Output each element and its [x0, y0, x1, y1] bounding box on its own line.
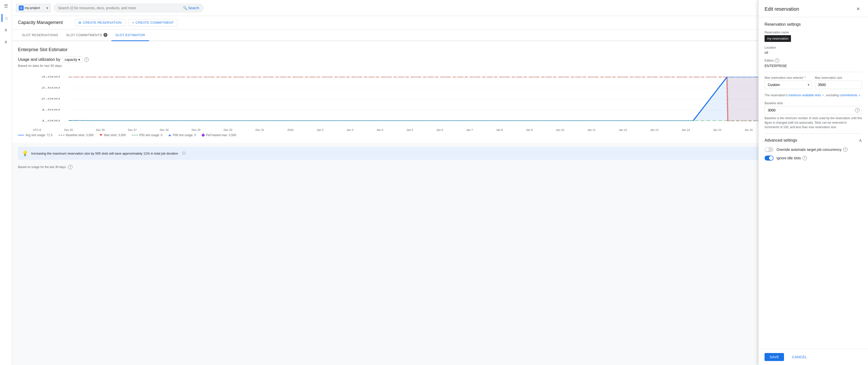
edition-value: ENTERPRISE: [765, 64, 862, 68]
search-bar[interactable]: 🔍 Search: [54, 4, 204, 12]
svg-text:2,000: 2,000: [41, 97, 60, 100]
max-reservation-size-input[interactable]: [815, 81, 862, 89]
chart-section: Enterprise Slot Estimator Usage and util…: [12, 41, 868, 143]
baseline-desc: Baseline is the minimum number of slots …: [765, 116, 862, 129]
active-indicator: [1, 14, 2, 22]
cancel-button[interactable]: CANCEL: [787, 353, 812, 361]
legend-p50-icon: [132, 135, 138, 135]
create-reservation-button[interactable]: ⊞ CREATE RESERVATION: [75, 19, 125, 26]
create-commitment-button[interactable]: + CREATE COMMITMENT: [128, 19, 178, 26]
legend-baseline-slots: Baseline slots: 3,000: [59, 133, 94, 137]
override-help-icon[interactable]: ?: [843, 147, 847, 152]
baseline-slots-field: Baseline slots ? Baseline is the minimum…: [765, 101, 862, 129]
close-panel-button[interactable]: ✕: [854, 5, 862, 13]
svg-text:2,500: 2,500: [41, 86, 60, 89]
baseline-input-wrapper: ?: [765, 106, 862, 115]
project-logo: ◈: [19, 5, 24, 10]
page-title: Capacity Management: [18, 20, 63, 25]
ignore-idle-toggle-knob: [769, 156, 773, 160]
sidebar-collapse-icon2[interactable]: ∧: [2, 38, 10, 46]
usage-help-icon[interactable]: ?: [68, 165, 72, 169]
section-title: Enterprise Slot Estimator: [18, 47, 862, 52]
legend-perf-icon: [202, 133, 205, 137]
svg-text:1,000: 1,000: [41, 119, 60, 122]
ignore-idle-help-icon[interactable]: ?: [802, 156, 807, 160]
chart-title: Usage and utilization by: [18, 57, 60, 62]
tabs-bar: SLOT RESERVATIONS SLOT COMMITMENTS ? SLO…: [12, 29, 868, 41]
side-panel-footer: SAVE CANCEL: [758, 349, 868, 365]
location-field: Location us: [765, 46, 862, 54]
create-commitment-icon: +: [132, 21, 134, 24]
baseline-help-icon[interactable]: ?: [855, 108, 860, 113]
side-panel-title: Edit reservation: [765, 6, 799, 12]
override-toggle-row: Override automatic target job concurrenc…: [765, 147, 862, 152]
info-banner-icon: 💡: [22, 150, 28, 156]
info-banner: 💡 Increasing the maximum reservation siz…: [18, 147, 862, 160]
ignore-idle-toggle[interactable]: [765, 156, 774, 160]
edition-help-icon[interactable]: ?: [775, 58, 779, 63]
ignore-idle-toggle-row: Ignore idle slots ?: [765, 156, 862, 160]
topbar: ◈ my-project ▾ 🔍 Search 🔔 ? ⚙ A: [12, 0, 868, 16]
capacity-dropdown-icon: ▾: [78, 58, 80, 62]
tab-help-icon: ?: [103, 33, 107, 37]
legend-max-icon: [99, 134, 102, 136]
sidebar-home-icon[interactable]: ⌂: [2, 14, 10, 22]
max-reservation-size-group: Max reservation size: [815, 76, 862, 89]
chart-header: Usage and utilization by capacity ▾ ?: [18, 56, 862, 63]
search-button[interactable]: 🔍 Search: [183, 6, 199, 10]
edition-label: Edition ?: [765, 58, 862, 63]
save-button[interactable]: SAVE: [765, 353, 784, 361]
tab-slot-reservations[interactable]: SLOT RESERVATIONS: [18, 29, 62, 41]
reservation-name-label: Reservation name: [765, 31, 862, 34]
chart-data-note: Based on data for last 30 days.: [18, 64, 862, 67]
svg-text:1,500: 1,500: [41, 108, 60, 111]
legend-avg-icon: [18, 135, 24, 135]
legend-p50: P50 slot usage: 0: [132, 133, 162, 137]
info-help-icon[interactable]: ⓘ: [182, 151, 185, 156]
reservation-name-field: Reservation name my-reservation: [765, 31, 862, 42]
max-size-selector-group: Max reservation size selector * Custom M…: [765, 76, 812, 89]
legend-avg-slot-usage: Avg slot usage: 71.5: [18, 133, 53, 137]
sidebar-collapse-icon1[interactable]: ∧: [2, 26, 10, 34]
capacity-selector[interactable]: capacity ▾: [62, 56, 82, 63]
side-panel: Edit reservation ✕ Reservation settings …: [758, 0, 868, 365]
location-value: us: [765, 50, 862, 54]
sidebar-menu-icon[interactable]: ☰: [2, 2, 10, 10]
tab-slot-commitments[interactable]: SLOT COMMITMENTS ?: [62, 29, 112, 41]
chart-svg: 3,000 2,500 2,000 1,500 1,000: [18, 71, 862, 126]
page-content: Enterprise Slot Estimator Usage and util…: [12, 41, 868, 365]
header-actions: ⊞ CREATE RESERVATION + CREATE COMMITMENT: [75, 19, 178, 26]
baseline-slots-input[interactable]: [765, 106, 862, 115]
edition-field: Edition ? ENTERPRISE: [765, 58, 862, 68]
override-toggle-knob: [765, 148, 769, 152]
max-reservation-size-label: Max reservation size: [815, 76, 862, 80]
advanced-settings-title: Advanced settings: [765, 138, 797, 143]
search-icon: 🔍: [183, 6, 187, 10]
max-size-selector-wrapper: Custom Max available slots ▾: [765, 81, 812, 89]
search-input[interactable]: [58, 6, 181, 10]
override-toggle[interactable]: [765, 147, 774, 152]
advanced-settings-chevron-icon: ∧: [859, 138, 862, 143]
max-size-selector-label: Max reservation size selector *: [765, 76, 812, 80]
side-panel-header: Edit reservation ✕: [758, 0, 868, 17]
reservation-settings-heading: Reservation settings: [765, 22, 862, 27]
project-name: my-project: [25, 6, 45, 10]
tab-slot-estimator[interactable]: SLOT ESTIMATOR: [112, 29, 149, 41]
sidebar: ☰ ⌂ ∧ ∧: [0, 0, 12, 365]
max-size-selector-input[interactable]: Custom Max available slots: [765, 81, 812, 89]
create-reservation-icon: ⊞: [79, 21, 82, 24]
max-available-slots-link[interactable]: maximum available slots ↗: [788, 93, 825, 97]
commitments-link[interactable]: commitments ↗: [840, 93, 861, 97]
divider: [765, 72, 862, 72]
project-selector[interactable]: ◈ my-project ▾: [16, 4, 51, 12]
chart-help-icon[interactable]: ?: [84, 57, 89, 62]
reservation-name-value: my-reservation: [765, 35, 791, 42]
project-dropdown-icon[interactable]: ▾: [46, 6, 48, 10]
override-toggle-label: Override automatic target job concurrenc…: [776, 147, 847, 152]
advanced-settings-header[interactable]: Advanced settings ∧: [765, 138, 862, 143]
advanced-settings-section: Advanced settings ∧ Override automatic t…: [765, 133, 862, 160]
ignore-idle-toggle-label: Ignore idle slots ?: [776, 156, 807, 160]
location-label: Location: [765, 46, 862, 49]
legend-baseline-icon: [59, 135, 65, 135]
legend-p99: P99 slot usage: 0: [168, 133, 196, 137]
